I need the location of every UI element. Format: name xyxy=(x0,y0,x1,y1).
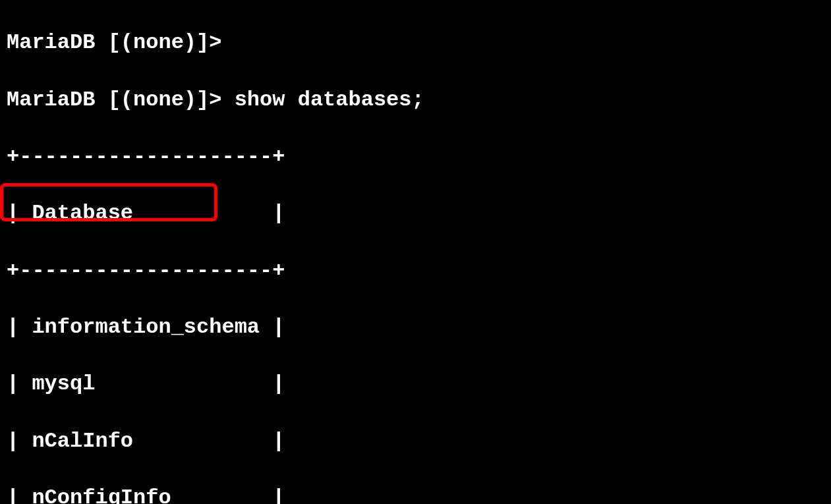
table-row: | nConfigInfo | xyxy=(7,484,824,504)
table-row: | information_schema | xyxy=(7,313,824,341)
table-row: | mysql | xyxy=(7,370,824,398)
prompt-command-line: MariaDB [(none)]> show databases; xyxy=(7,86,824,114)
table-border-mid: +--------------------+ xyxy=(7,256,824,285)
terminal-output[interactable]: MariaDB [(none)]> MariaDB [(none)]> show… xyxy=(7,0,824,504)
table-row: | nCalInfo | xyxy=(7,427,824,455)
table-header: | Database | xyxy=(7,199,824,227)
prompt-line: MariaDB [(none)]> xyxy=(7,28,824,57)
table-border-top: +--------------------+ xyxy=(7,142,824,171)
